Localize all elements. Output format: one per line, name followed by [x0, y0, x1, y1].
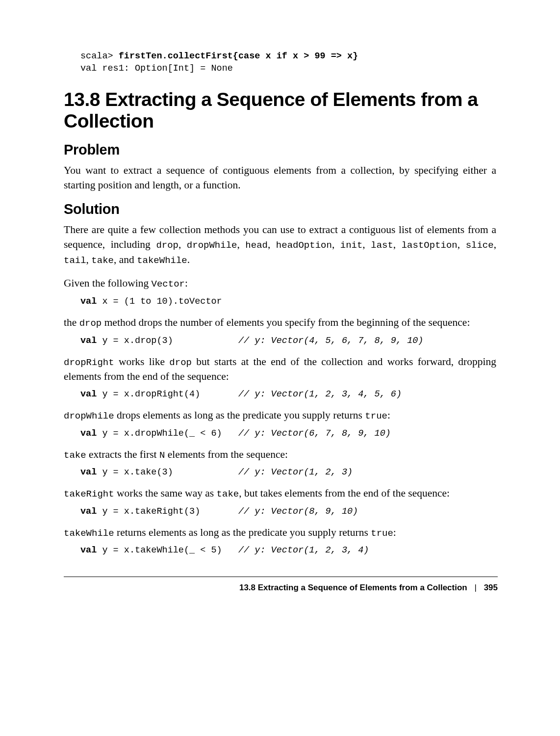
- code-inline: take: [91, 255, 114, 266]
- section-title: 13.8 Extracting a Sequence of Elements f…: [64, 89, 496, 132]
- code-block: val y = x.take(3) // y: Vector(1, 2, 3): [80, 467, 496, 479]
- para-drop: the drop method drops the number of elem…: [64, 315, 496, 330]
- footer-separator: |: [474, 583, 476, 592]
- para-dropright: dropRight works like drop but starts at …: [64, 354, 496, 384]
- code-inline: init: [340, 240, 363, 251]
- code-inline: drop: [169, 357, 192, 368]
- code-inline: headOption: [276, 240, 332, 251]
- code-inline: dropRight: [64, 357, 114, 368]
- code-inline: last: [371, 240, 393, 251]
- repl-input: firstTen.collectFirst{case x if x > 99 =…: [119, 51, 358, 61]
- code-block-top: scala> firstTen.collectFirst{case x if x…: [80, 51, 496, 75]
- page-number: 395: [484, 583, 498, 592]
- code-inline: true: [365, 411, 387, 421]
- code-inline: head: [245, 240, 268, 251]
- solution-heading: Solution: [64, 201, 496, 217]
- solution-intro: There are quite a few collection methods…: [64, 222, 496, 267]
- code-inline: Vector: [152, 279, 185, 289]
- repl-prompt: scala>: [80, 51, 119, 61]
- code-block: val y = x.dropRight(4) // y: Vector(1, 2…: [80, 389, 496, 401]
- page-footer: 13.8 Extracting a Sequence of Elements f…: [239, 583, 498, 593]
- code-inline: dropWhile: [187, 240, 237, 251]
- code-block: val y = x.drop(3) // y: Vector(4, 5, 6, …: [80, 335, 496, 347]
- code-inline: lastOption: [402, 240, 458, 251]
- problem-heading: Problem: [64, 142, 496, 158]
- code-block: val y = x.dropWhile(_ < 6) // y: Vector(…: [80, 428, 496, 440]
- code-inline: take: [64, 450, 86, 461]
- code-inline: true: [371, 528, 393, 539]
- code-inline: takeWhile: [137, 255, 187, 266]
- code-block: val y = x.takeWhile(_ < 5) // y: Vector(…: [80, 545, 496, 557]
- code-inline: N: [159, 450, 165, 461]
- code-inline: drop: [156, 240, 178, 251]
- code-inline: takeRight: [64, 489, 114, 499]
- para-dropwhile: dropWhile drops elements as long as the …: [64, 408, 496, 423]
- repl-output: val res1: Option[Int] = None: [80, 63, 233, 74]
- code-block: val y = x.takeRight(3) // y: Vector(8, 9…: [80, 506, 496, 518]
- para-takeright: takeRight works the same way as take, bu…: [64, 486, 496, 501]
- given-text: Given the following Vector:: [64, 276, 496, 291]
- code-block: val x = (1 to 10).toVector: [80, 296, 496, 308]
- footer-rule: [64, 577, 498, 577]
- code-inline: takeWhile: [64, 528, 114, 539]
- code-inline: dropWhile: [64, 411, 114, 421]
- code-inline: drop: [79, 318, 102, 329]
- para-takewhile: takeWhile returns elements as long as th…: [64, 525, 496, 540]
- problem-text: You want to extract a sequence of contig…: [64, 163, 496, 192]
- footer-section-title: 13.8 Extracting a Sequence of Elements f…: [239, 583, 467, 592]
- code-inline: tail: [64, 255, 86, 266]
- code-inline: slice: [466, 240, 494, 251]
- code-inline: take: [217, 489, 239, 499]
- page-content: scala> firstTen.collectFirst{case x if x…: [0, 0, 560, 557]
- para-take: take extracts the first N elements from …: [64, 447, 496, 462]
